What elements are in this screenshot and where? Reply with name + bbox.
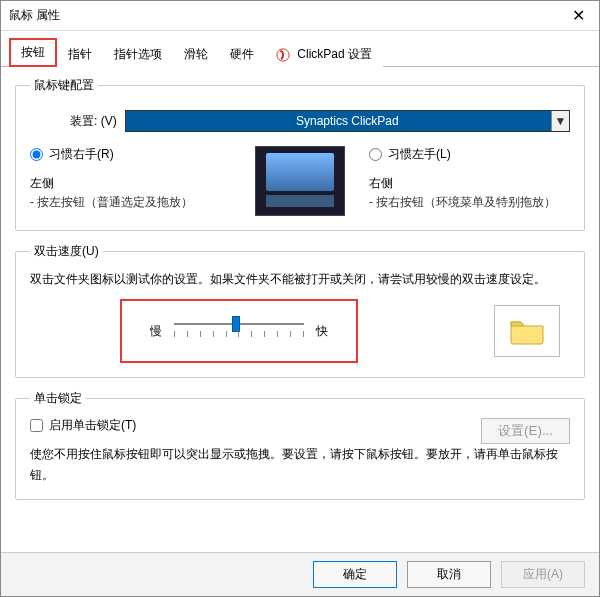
ok-button[interactable]: 确定 — [313, 561, 397, 588]
chevron-down-icon[interactable]: ▼ — [551, 111, 569, 131]
click-lock-group: 单击锁定 启用单击锁定(T) 设置(E)... 使您不用按住鼠标按钮即可以突出显… — [15, 390, 585, 500]
double-click-slider[interactable] — [174, 313, 304, 349]
click-lock-row: 启用单击锁定(T) 设置(E)... — [30, 417, 570, 444]
button-config-group: 鼠标键配置 装置: (V) Synaptics ClickPad ▼ 习惯右手(… — [15, 77, 585, 231]
mouse-properties-window: 鼠标 属性 ✕ 按钮 指针 指针选项 滑轮 硬件 ClickPad 设置 鼠标键… — [0, 0, 600, 597]
titlebar: 鼠标 属性 ✕ — [1, 1, 599, 31]
right-side-desc: - 按右按钮（环境菜单及特别拖放） — [369, 194, 570, 211]
tab-pointer[interactable]: 指针 — [57, 41, 103, 67]
device-select[interactable]: Synaptics ClickPad ▼ — [125, 110, 570, 132]
enable-click-lock-checkbox[interactable] — [30, 419, 43, 432]
left-side-head: 左侧 — [30, 175, 231, 192]
click-lock-settings-button: 设置(E)... — [481, 418, 570, 444]
touchpad-preview-icon — [255, 146, 345, 216]
cancel-button[interactable]: 取消 — [407, 561, 491, 588]
clickpad-icon — [276, 48, 290, 62]
right-side-head: 右侧 — [369, 175, 570, 192]
double-click-slider-highlight: 慢 快 — [120, 299, 358, 363]
content-area: 鼠标键配置 装置: (V) Synaptics ClickPad ▼ 习惯右手(… — [1, 67, 599, 522]
device-label: 装置: (V) — [70, 113, 117, 130]
dialog-footer: 确定 取消 应用(A) — [1, 552, 599, 596]
tab-pointer-options[interactable]: 指针选项 — [103, 41, 173, 67]
click-lock-desc: 使您不用按住鼠标按钮即可以突出显示或拖拽。要设置，请按下鼠标按钮。要放开，请再单… — [30, 444, 570, 485]
double-click-group: 双击速度(U) 双击文件夹图标以测试你的设置。如果文件夹不能被打开或关闭，请尝试… — [15, 243, 585, 378]
radio-right-handed-input[interactable] — [30, 148, 43, 161]
tab-buttons[interactable]: 按钮 — [9, 38, 57, 67]
enable-click-lock[interactable]: 启用单击锁定(T) — [30, 417, 136, 434]
tab-hardware[interactable]: 硬件 — [219, 41, 265, 67]
radio-left-handed[interactable]: 习惯左手(L) — [369, 146, 570, 163]
apply-button: 应用(A) — [501, 561, 585, 588]
tab-bar: 按钮 指针 指针选项 滑轮 硬件 ClickPad 设置 — [1, 31, 599, 67]
click-lock-legend: 单击锁定 — [30, 390, 86, 407]
slider-thumb[interactable] — [232, 316, 240, 332]
window-title: 鼠标 属性 — [9, 7, 60, 24]
hand-and-preview: 习惯右手(R) 左侧 - 按左按钮（普通选定及拖放） 习惯左手(L) 右侧 — [30, 146, 570, 216]
tab-wheel[interactable]: 滑轮 — [173, 41, 219, 67]
double-click-legend: 双击速度(U) — [30, 243, 103, 260]
slider-fast-label: 快 — [316, 323, 328, 340]
device-row: 装置: (V) Synaptics ClickPad ▼ — [70, 110, 570, 132]
folder-test-icon[interactable] — [494, 305, 560, 357]
slider-slow-label: 慢 — [150, 323, 162, 340]
slider-ticks — [174, 331, 304, 341]
close-icon[interactable]: ✕ — [566, 6, 591, 25]
radio-left-handed-input[interactable] — [369, 148, 382, 161]
radio-right-handed[interactable]: 习惯右手(R) — [30, 146, 231, 163]
button-config-legend: 鼠标键配置 — [30, 77, 98, 94]
tab-clickpad[interactable]: ClickPad 设置 — [265, 41, 383, 67]
left-side-desc: - 按左按钮（普通选定及拖放） — [30, 194, 231, 211]
double-click-row: 慢 快 — [30, 299, 570, 363]
device-select-value: Synaptics ClickPad — [296, 114, 399, 128]
double-click-help: 双击文件夹图标以测试你的设置。如果文件夹不能被打开或关闭，请尝试用较慢的双击速度… — [30, 270, 570, 289]
